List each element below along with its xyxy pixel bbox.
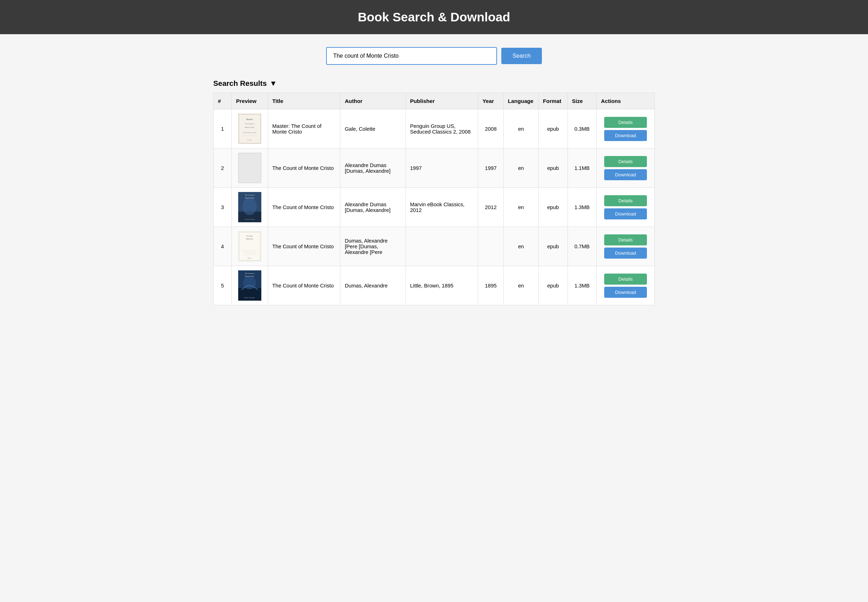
col-header-actions: Actions — [597, 93, 655, 109]
download-button[interactable]: Download — [604, 130, 647, 141]
results-triangle: ▼ — [269, 79, 277, 88]
table-row: 4 The Three Musketeers Dumas The Count o… — [214, 227, 655, 266]
table-row: 3 The Count of Monte Cristo Alexandre Du… — [214, 188, 655, 227]
cell-actions: Details Download — [597, 149, 655, 188]
cell-publisher — [406, 227, 478, 266]
svg-text:The Count of: The Count of — [245, 272, 254, 274]
table-row: 1 Master The Count of Monte Cristo COLET… — [214, 109, 655, 149]
svg-point-24 — [243, 276, 256, 289]
cell-publisher: Little, Brown, 1895 — [406, 266, 478, 305]
cell-title: The Count of Monte Cristo — [268, 188, 340, 227]
cell-language: en — [504, 188, 539, 227]
table-row: 5 The Count of Monte Cristo Dumas, Alexa… — [214, 266, 655, 305]
svg-text:Monte Cristo: Monte Cristo — [245, 275, 254, 277]
cell-language: en — [504, 227, 539, 266]
details-button[interactable]: Details — [604, 195, 647, 206]
cell-title: Master: The Count of Monte Cristo — [268, 109, 340, 149]
search-button[interactable]: Search — [501, 48, 542, 64]
download-button[interactable]: Download — [604, 287, 647, 298]
cell-format: epub — [539, 266, 568, 305]
svg-text:Monte Cristo: Monte Cristo — [245, 126, 254, 128]
table-header-row: # Preview Title Author Publisher Year La… — [214, 93, 655, 109]
cell-num: 4 — [214, 227, 232, 266]
search-input[interactable] — [326, 47, 497, 65]
cell-author: Alexandre Dumas [Dumas, Alexandre] — [340, 188, 406, 227]
app-header: Book Search & Download — [0, 0, 868, 34]
cell-format: epub — [539, 149, 568, 188]
cell-year: 2012 — [478, 188, 504, 227]
svg-text:Alexandre Dumas: Alexandre Dumas — [244, 218, 254, 220]
cell-title: The Count of Monte Cristo — [268, 227, 340, 266]
col-header-year: Year — [478, 93, 504, 109]
cell-year — [478, 227, 504, 266]
results-title: Search Results ▼ — [213, 79, 655, 88]
cell-publisher: Penguin Group US, Seduced Classics 2, 20… — [406, 109, 478, 149]
col-header-title: Title — [268, 93, 340, 109]
search-area: Search — [0, 34, 868, 75]
col-header-num: # — [214, 93, 232, 109]
cell-size: 1.1MB — [568, 149, 596, 188]
col-header-preview: Preview — [231, 93, 268, 109]
cell-preview: The Three Musketeers Dumas — [231, 227, 268, 266]
col-header-language: Language — [504, 93, 539, 109]
download-button[interactable]: Download — [604, 169, 647, 180]
svg-text:Musketeers: Musketeers — [246, 238, 253, 240]
cell-author: Gale, Colette — [340, 109, 406, 149]
cell-language: en — [504, 266, 539, 305]
cell-num: 2 — [214, 149, 232, 188]
cell-format: epub — [539, 227, 568, 266]
svg-text:Penguin: Penguin — [247, 139, 252, 141]
results-section: Search Results ▼ # Preview Title Author … — [202, 75, 666, 319]
table-row: 2 The Count of Monte Cristo Alexandre Du… — [214, 149, 655, 188]
svg-text:The Count of: The Count of — [245, 194, 254, 196]
svg-text:Dumas: Dumas — [248, 257, 252, 259]
details-button[interactable]: Details — [604, 234, 647, 246]
cell-size: 0.7MB — [568, 227, 596, 266]
cell-author: Dumas, Alexandre [Pere [Dumas, Alexandre… — [340, 227, 406, 266]
cell-preview: The Count of Monte Cristo Alexandre Duma… — [231, 188, 268, 227]
details-button[interactable]: Details — [604, 117, 647, 128]
cell-num: 5 — [214, 266, 232, 305]
cell-author: Dumas, Alexandre — [340, 266, 406, 305]
svg-text:The Count of: The Count of — [245, 123, 254, 125]
cell-preview — [231, 149, 268, 188]
cell-preview: The Count of Monte Cristo Dumas, Alexand… — [231, 266, 268, 305]
svg-rect-23 — [238, 288, 261, 301]
cell-year: 1997 — [478, 149, 504, 188]
svg-text:Master: Master — [246, 118, 253, 121]
cell-publisher: Marvin eBook Classics, 2012 — [406, 188, 478, 227]
cell-size: 1.3MB — [568, 188, 596, 227]
col-header-author: Author — [340, 93, 406, 109]
cell-format: epub — [539, 188, 568, 227]
details-button[interactable]: Details — [604, 273, 647, 285]
col-header-format: Format — [539, 93, 568, 109]
svg-text:Monte Cristo: Monte Cristo — [245, 197, 254, 199]
col-header-publisher: Publisher — [406, 93, 478, 109]
cell-language: en — [504, 149, 539, 188]
cell-actions: Details Download — [597, 227, 655, 266]
cell-actions: Details Download — [597, 266, 655, 305]
cell-year: 2008 — [478, 109, 504, 149]
cell-actions: Details Download — [597, 188, 655, 227]
cell-num: 1 — [214, 109, 232, 149]
download-button[interactable]: Download — [604, 247, 647, 259]
details-button[interactable]: Details — [604, 156, 647, 167]
cell-language: en — [504, 109, 539, 149]
app-title: Book Search & Download — [7, 10, 861, 24]
svg-text:COLETTE GALE: COLETTE GALE — [243, 132, 256, 134]
cell-title: The Count of Monte Cristo — [268, 266, 340, 305]
download-button[interactable]: Download — [604, 208, 647, 220]
cell-actions: Details Download — [597, 109, 655, 149]
cell-format: epub — [539, 109, 568, 149]
cell-size: 0.3MB — [568, 109, 596, 149]
cell-preview: Master The Count of Monte Cristo COLETTE… — [231, 109, 268, 149]
cell-year: 1895 — [478, 266, 504, 305]
results-title-text: Search Results — [213, 79, 267, 88]
cell-publisher: 1997 — [406, 149, 478, 188]
svg-point-10 — [242, 197, 257, 215]
cell-size: 1.3MB — [568, 266, 596, 305]
results-table: # Preview Title Author Publisher Year La… — [213, 93, 655, 305]
col-header-size: Size — [568, 93, 596, 109]
cell-author: Alexandre Dumas [Dumas, Alexandre] — [340, 149, 406, 188]
cell-num: 3 — [214, 188, 232, 227]
